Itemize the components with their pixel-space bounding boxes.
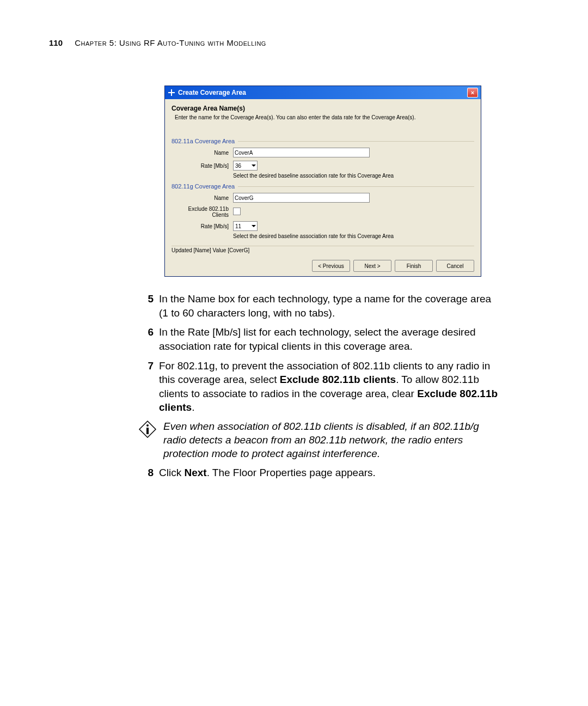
step-8-part-b: . The Floor Properties page appears. <box>207 467 376 478</box>
info-icon <box>138 420 157 460</box>
app-icon <box>168 89 175 96</box>
step-7-text: For 802.11g, to prevent the association … <box>159 359 500 415</box>
rate-g-value: 11 <box>235 223 241 229</box>
rate-g-help: Select the desired baseline association … <box>233 233 474 239</box>
step-8-text: Click Next. The Floor Properties page ap… <box>159 466 500 480</box>
step-number: 8 <box>138 466 154 480</box>
name-a-input[interactable] <box>233 148 370 157</box>
finish-button[interactable]: Finish <box>395 260 433 272</box>
instructions-block: 5 In the Name box for each technology, t… <box>138 292 500 480</box>
name-g-input[interactable] <box>233 193 370 203</box>
chevron-down-icon <box>252 225 256 227</box>
step-7-bold-1: Exclude 802.11b clients <box>280 374 396 385</box>
rate-a-label: Rate [Mb/s] <box>171 163 233 169</box>
cancel-button[interactable]: Cancel <box>436 260 474 272</box>
exclude-checkbox[interactable] <box>233 208 241 215</box>
close-button[interactable]: × <box>467 88 478 98</box>
rate-g-label: Rate [Mb/s] <box>171 223 233 229</box>
svg-point-3 <box>146 424 149 427</box>
svg-rect-1 <box>171 89 172 96</box>
dialog-button-bar: < Previous Next > Finish Cancel <box>165 258 481 276</box>
step-number: 7 <box>138 359 154 415</box>
chevron-down-icon <box>252 165 256 167</box>
section-title: Coverage Area Name(s) <box>171 105 474 112</box>
step-number: 6 <box>138 325 154 353</box>
next-button[interactable]: Next > <box>353 260 391 272</box>
svg-rect-4 <box>146 428 149 434</box>
rate-a-value: 36 <box>235 163 241 169</box>
rate-g-select[interactable]: 11 <box>233 221 258 231</box>
group-a-legend-text: 802.11a Coverage Area <box>171 138 238 144</box>
dialog-titlebar[interactable]: Create Coverage Area × <box>165 86 481 99</box>
create-coverage-area-dialog: Create Coverage Area × Coverage Area Nam… <box>164 86 481 277</box>
group-g-legend-text: 802.11g Coverage Area <box>171 183 238 190</box>
group-g-legend: 802.11g Coverage Area <box>171 183 474 190</box>
step-5-text: In the Name box for each technology, typ… <box>159 292 500 320</box>
step-8-bold: Next <box>184 467 206 478</box>
close-icon: × <box>471 90 474 96</box>
group-a-legend: 802.11a Coverage Area <box>171 138 474 144</box>
status-line: Updated [Name] Value [CoverG] <box>171 246 474 255</box>
page-header: 110 Chapter 5: Using RF Auto-Tuning with… <box>49 38 539 47</box>
chapter-title: Chapter 5: Using RF Auto-Tuning with Mod… <box>75 38 266 47</box>
step-8-part-a: Click <box>159 467 184 478</box>
name-a-label: Name <box>171 150 233 156</box>
step-6-text: In the Rate [Mb/s] list for each technol… <box>159 325 500 353</box>
section-description: Enter the name for the Coverage Area(s).… <box>175 114 474 120</box>
rate-a-select[interactable]: 36 <box>233 161 258 171</box>
rate-a-help: Select the desired baseline association … <box>233 173 474 179</box>
previous-button[interactable]: < Previous <box>312 260 350 272</box>
page-number: 110 <box>49 38 63 47</box>
step-7-part-c: . <box>192 401 194 413</box>
step-number: 5 <box>138 292 154 320</box>
exclude-label: Exclude 802.11b Clients <box>171 206 233 218</box>
name-g-label: Name <box>171 195 233 201</box>
note-text: Even when association of 802.11b clients… <box>163 420 500 460</box>
dialog-title: Create Coverage Area <box>178 89 467 96</box>
